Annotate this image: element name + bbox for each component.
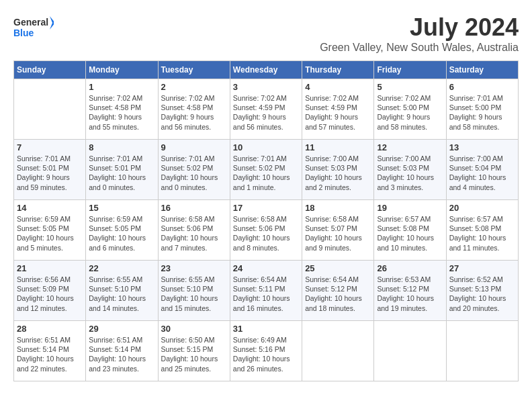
location-subtitle: Green Valley, New South Wales, Australia xyxy=(320,42,519,54)
calendar-day-cell xyxy=(302,321,374,381)
day-number: 4 xyxy=(305,82,371,92)
calendar-day-cell: 12 Sunrise: 7:00 AMSunset: 5:03 PMDaylig… xyxy=(374,140,446,200)
day-number: 12 xyxy=(377,142,443,152)
day-info: Sunrise: 6:50 AMSunset: 5:15 PMDaylight:… xyxy=(161,335,227,373)
day-number: 26 xyxy=(377,263,443,273)
day-number: 6 xyxy=(449,82,515,92)
calendar-week-row: 7 Sunrise: 7:01 AMSunset: 5:01 PMDayligh… xyxy=(14,140,519,200)
day-number: 21 xyxy=(17,263,83,273)
day-number: 9 xyxy=(161,142,227,152)
day-number: 15 xyxy=(89,203,154,213)
calendar-day-cell: 24 Sunrise: 6:54 AMSunset: 5:11 PMDaylig… xyxy=(230,261,302,321)
day-info: Sunrise: 6:55 AMSunset: 5:10 PMDaylight:… xyxy=(89,275,154,313)
calendar-day-cell: 31 Sunrise: 6:49 AMSunset: 5:16 PMDaylig… xyxy=(230,321,302,381)
calendar-day-cell: 1 Sunrise: 7:02 AMSunset: 4:58 PMDayligh… xyxy=(86,79,158,140)
day-info: Sunrise: 7:01 AMSunset: 5:02 PMDaylight:… xyxy=(161,154,227,192)
day-info: Sunrise: 6:57 AMSunset: 5:08 PMDaylight:… xyxy=(449,214,515,253)
month-year-title: July 2024 xyxy=(320,13,519,42)
calendar-weekday-header: Friday xyxy=(374,61,446,79)
calendar-day-cell: 13 Sunrise: 7:00 AMSunset: 5:04 PMDaylig… xyxy=(446,140,518,200)
title-block: July 2024 Green Valley, New South Wales,… xyxy=(320,13,519,54)
calendar-day-cell xyxy=(14,79,86,140)
day-number: 30 xyxy=(161,324,227,334)
calendar-day-cell: 19 Sunrise: 6:57 AMSunset: 5:08 PMDaylig… xyxy=(374,200,446,261)
calendar-day-cell: 22 Sunrise: 6:55 AMSunset: 5:10 PMDaylig… xyxy=(86,261,158,321)
calendar-day-cell: 9 Sunrise: 7:01 AMSunset: 5:02 PMDayligh… xyxy=(158,140,230,200)
day-info: Sunrise: 6:58 AMSunset: 5:06 PMDaylight:… xyxy=(161,214,227,253)
day-info: Sunrise: 6:59 AMSunset: 5:05 PMDaylight:… xyxy=(89,214,154,253)
calendar-day-cell: 10 Sunrise: 7:01 AMSunset: 5:02 PMDaylig… xyxy=(230,140,302,200)
calendar-day-cell: 7 Sunrise: 7:01 AMSunset: 5:01 PMDayligh… xyxy=(14,140,86,200)
calendar-weekday-header: Thursday xyxy=(302,61,374,79)
day-number: 3 xyxy=(233,82,299,92)
svg-text:General: General xyxy=(13,17,48,28)
day-number: 13 xyxy=(449,142,515,152)
calendar-week-row: 1 Sunrise: 7:02 AMSunset: 4:58 PMDayligh… xyxy=(14,79,519,140)
day-info: Sunrise: 7:00 AMSunset: 5:03 PMDaylight:… xyxy=(305,154,371,192)
calendar-day-cell: 15 Sunrise: 6:59 AMSunset: 5:05 PMDaylig… xyxy=(86,200,158,261)
calendar-day-cell xyxy=(446,321,518,381)
calendar-day-cell: 21 Sunrise: 6:56 AMSunset: 5:09 PMDaylig… xyxy=(14,261,86,321)
calendar-day-cell: 25 Sunrise: 6:54 AMSunset: 5:12 PMDaylig… xyxy=(302,261,374,321)
calendar-day-cell: 28 Sunrise: 6:51 AMSunset: 5:14 PMDaylig… xyxy=(14,321,86,381)
day-info: Sunrise: 7:02 AMSunset: 4:59 PMDaylight:… xyxy=(305,93,371,132)
day-number: 19 xyxy=(377,203,443,213)
calendar-day-cell: 16 Sunrise: 6:58 AMSunset: 5:06 PMDaylig… xyxy=(158,200,230,261)
calendar-header-row: SundayMondayTuesdayWednesdayThursdayFrid… xyxy=(14,61,519,79)
day-number: 23 xyxy=(161,263,227,273)
day-number: 2 xyxy=(161,82,227,92)
day-info: Sunrise: 6:51 AMSunset: 5:14 PMDaylight:… xyxy=(89,335,154,373)
day-info: Sunrise: 7:02 AMSunset: 4:59 PMDaylight:… xyxy=(233,93,299,132)
day-info: Sunrise: 6:54 AMSunset: 5:11 PMDaylight:… xyxy=(233,275,299,313)
calendar-day-cell: 29 Sunrise: 6:51 AMSunset: 5:14 PMDaylig… xyxy=(86,321,158,381)
svg-marker-2 xyxy=(50,16,54,30)
day-info: Sunrise: 6:55 AMSunset: 5:10 PMDaylight:… xyxy=(161,275,227,313)
page-header: General Blue July 2024 Green Valley, New… xyxy=(13,13,519,54)
day-info: Sunrise: 6:59 AMSunset: 5:05 PMDaylight:… xyxy=(17,214,83,253)
calendar-day-cell: 26 Sunrise: 6:53 AMSunset: 5:12 PMDaylig… xyxy=(374,261,446,321)
calendar-weekday-header: Monday xyxy=(86,61,158,79)
day-number: 20 xyxy=(449,203,515,213)
day-info: Sunrise: 6:57 AMSunset: 5:08 PMDaylight:… xyxy=(377,214,443,253)
day-number: 7 xyxy=(17,142,83,152)
day-info: Sunrise: 7:02 AMSunset: 4:58 PMDaylight:… xyxy=(161,93,227,132)
day-info: Sunrise: 6:58 AMSunset: 5:07 PMDaylight:… xyxy=(305,214,371,253)
day-number: 22 xyxy=(89,263,154,273)
day-number: 8 xyxy=(89,142,154,152)
calendar-day-cell: 11 Sunrise: 7:00 AMSunset: 5:03 PMDaylig… xyxy=(302,140,374,200)
calendar-day-cell: 18 Sunrise: 6:58 AMSunset: 5:07 PMDaylig… xyxy=(302,200,374,261)
day-number: 16 xyxy=(161,203,227,213)
day-info: Sunrise: 7:01 AMSunset: 5:02 PMDaylight:… xyxy=(233,154,299,192)
calendar-table: SundayMondayTuesdayWednesdayThursdayFrid… xyxy=(13,60,519,381)
day-info: Sunrise: 7:01 AMSunset: 5:01 PMDaylight:… xyxy=(89,154,154,192)
day-info: Sunrise: 6:56 AMSunset: 5:09 PMDaylight:… xyxy=(17,275,83,313)
day-number: 17 xyxy=(233,203,299,213)
calendar-weekday-header: Sunday xyxy=(14,61,86,79)
calendar-day-cell: 17 Sunrise: 6:58 AMSunset: 5:06 PMDaylig… xyxy=(230,200,302,261)
day-info: Sunrise: 6:52 AMSunset: 5:13 PMDaylight:… xyxy=(449,275,515,313)
calendar-week-row: 21 Sunrise: 6:56 AMSunset: 5:09 PMDaylig… xyxy=(14,261,519,321)
day-info: Sunrise: 6:49 AMSunset: 5:16 PMDaylight:… xyxy=(233,335,299,373)
calendar-day-cell: 4 Sunrise: 7:02 AMSunset: 4:59 PMDayligh… xyxy=(302,79,374,140)
day-number: 5 xyxy=(377,82,443,92)
svg-text:Blue: Blue xyxy=(13,28,34,38)
day-number: 14 xyxy=(17,203,83,213)
day-number: 27 xyxy=(449,263,515,273)
day-number: 11 xyxy=(305,142,371,152)
day-info: Sunrise: 7:01 AMSunset: 5:00 PMDaylight:… xyxy=(449,93,515,132)
logo: General Blue xyxy=(13,13,54,44)
day-info: Sunrise: 6:53 AMSunset: 5:12 PMDaylight:… xyxy=(377,275,443,313)
calendar-weekday-header: Saturday xyxy=(446,61,518,79)
calendar-day-cell: 14 Sunrise: 6:59 AMSunset: 5:05 PMDaylig… xyxy=(14,200,86,261)
day-number: 24 xyxy=(233,263,299,273)
day-number: 18 xyxy=(305,203,371,213)
day-number: 31 xyxy=(233,324,299,334)
day-info: Sunrise: 6:51 AMSunset: 5:14 PMDaylight:… xyxy=(17,335,83,373)
calendar-day-cell: 27 Sunrise: 6:52 AMSunset: 5:13 PMDaylig… xyxy=(446,261,518,321)
day-info: Sunrise: 7:02 AMSunset: 5:00 PMDaylight:… xyxy=(377,93,443,132)
day-number: 10 xyxy=(233,142,299,152)
day-number: 25 xyxy=(305,263,371,273)
calendar-day-cell: 30 Sunrise: 6:50 AMSunset: 5:15 PMDaylig… xyxy=(158,321,230,381)
calendar-weekday-header: Wednesday xyxy=(230,61,302,79)
day-info: Sunrise: 7:01 AMSunset: 5:01 PMDaylight:… xyxy=(17,154,83,192)
